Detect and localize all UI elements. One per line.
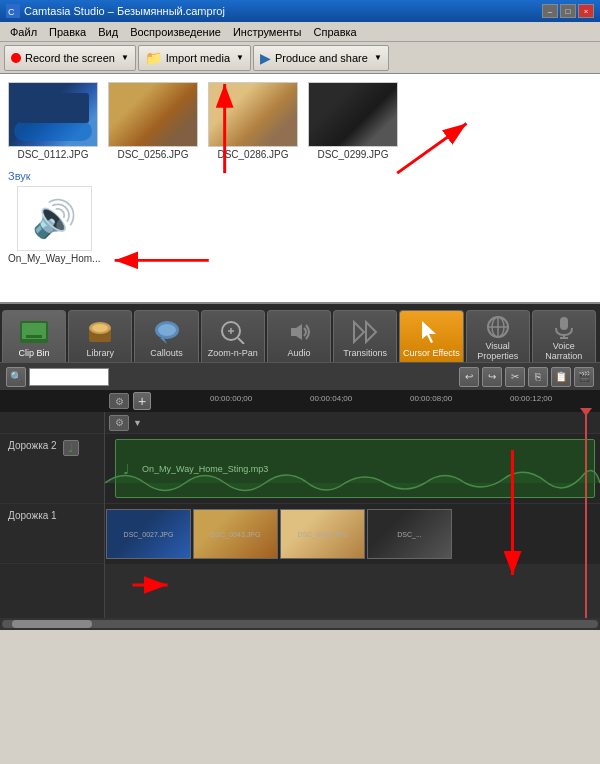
produce-label: Produce and share: [275, 52, 368, 64]
record-screen-button[interactable]: Record the screen ▼: [4, 45, 136, 71]
thumb-2: [108, 82, 198, 147]
import-media-button[interactable]: 📁 Import media ▼: [138, 45, 251, 71]
tab-label-visual: Visual Properties: [469, 341, 527, 361]
menu-playback[interactable]: Воспроизведение: [124, 24, 227, 40]
record-dot-icon: [11, 53, 21, 63]
menu-edit[interactable]: Правка: [43, 24, 92, 40]
search-input[interactable]: [29, 368, 109, 386]
menu-bar: Файл Правка Вид Воспроизведение Инструме…: [0, 22, 600, 42]
cursor-effects-icon: [417, 318, 445, 346]
tab-library[interactable]: Library: [68, 310, 132, 362]
cut-button[interactable]: ✂: [505, 367, 525, 387]
tab-label-voice: Voice Narration: [535, 341, 593, 361]
video-clip-2[interactable]: DSC_0043.JPG: [193, 509, 278, 559]
import-dropdown-icon: ▼: [236, 53, 244, 62]
toolbar: Record the screen ▼ 📁 Import media ▼ ▶ P…: [0, 42, 600, 74]
video-clip-1[interactable]: DSC_0027.JPG: [106, 509, 191, 559]
audio-icon: [285, 318, 313, 346]
svg-marker-19: [291, 324, 302, 340]
app-title: Camtasia Studio – Безымянный.camproj: [24, 5, 542, 17]
paste-button[interactable]: 📋: [551, 367, 571, 387]
minimize-button[interactable]: –: [542, 4, 558, 18]
tab-callouts[interactable]: Callouts: [134, 310, 198, 362]
tab-label-library: Library: [87, 348, 115, 358]
scrollbar-thumb[interactable]: [12, 620, 92, 628]
thumb-3: [208, 82, 298, 147]
tab-label-audio: Audio: [287, 348, 310, 358]
menu-file[interactable]: Файл: [4, 24, 43, 40]
window-controls[interactable]: – □ ×: [542, 4, 594, 18]
menu-help[interactable]: Справка: [308, 24, 363, 40]
search-icon-btn[interactable]: 🔍: [6, 367, 26, 387]
tab-transitions[interactable]: Transitions: [333, 310, 397, 362]
voice-narration-icon: [550, 315, 578, 339]
tab-visual-properties[interactable]: Visual Properties: [466, 310, 530, 362]
timeline-body: Дорожка 2 ♩ Дорожка 1 ⚙ ▼: [0, 412, 600, 618]
tracks-gear-button[interactable]: ⚙: [109, 415, 129, 431]
track2-label: Дорожка 2 ♩: [0, 434, 104, 504]
produce-icon: ▶: [260, 50, 271, 66]
redo-button[interactable]: ↪: [482, 367, 502, 387]
callouts-icon: [153, 318, 181, 346]
produce-share-button[interactable]: ▶ Produce and share ▼: [253, 45, 389, 71]
media-item-4[interactable]: DSC_0299.JPG: [308, 82, 398, 160]
timeline-header: ⚙ + 00:00:00;00 00:00:04;00 00:00:08;00 …: [0, 390, 600, 412]
tab-voice-narration[interactable]: Voice Narration: [532, 310, 596, 362]
timeline-settings-button[interactable]: ⚙: [109, 393, 129, 409]
track-audio[interactable]: ♩ On_My_Way_Home_Sting.mp3: [105, 434, 600, 504]
maximize-button[interactable]: □: [560, 4, 576, 18]
thumb-1: [8, 82, 98, 147]
media-label-2: DSC_0256.JPG: [117, 149, 188, 160]
time-ruler: 00:00:00;00 00:00:04;00 00:00:08;00 00:0…: [210, 390, 600, 412]
svg-rect-28: [560, 317, 568, 330]
sound-item-1[interactable]: 🔊 On_My_Way_Hom...: [8, 186, 100, 264]
time-4: 00:00:04;00: [310, 394, 352, 403]
sound-items: 🔊 On_My_Way_Hom...: [8, 186, 592, 264]
media-item-3[interactable]: DSC_0286.JPG: [208, 82, 298, 160]
image-grid: DSC_0112.JPG DSC_0256.JPG DSC_0286.JPG D…: [8, 82, 592, 160]
copy-button[interactable]: ⎘: [528, 367, 548, 387]
media-label-3: DSC_0286.JPG: [217, 149, 288, 160]
tab-label-cursor: Cursor Effects: [403, 348, 460, 358]
sound-label-1: On_My_Way_Hom...: [8, 253, 100, 264]
speaker-icon: 🔊: [32, 198, 77, 240]
tab-clip-bin[interactable]: Clip Bin: [2, 310, 66, 362]
track1-label: Дорожка 1: [0, 504, 104, 564]
timeline-controls: 🔍 ↩ ↪ ✂ ⎘ 📋 🎬: [0, 362, 600, 390]
timeline-area: ⚙ + 00:00:00;00 00:00:04;00 00:00:08;00 …: [0, 390, 600, 630]
svg-text:C: C: [8, 7, 15, 17]
transitions-icon: [351, 318, 379, 346]
settings-dropdown: ▼: [133, 418, 142, 428]
menu-tools[interactable]: Инструменты: [227, 24, 308, 40]
tab-zoom-n-pan[interactable]: Zoom-n-Pan: [201, 310, 265, 362]
media-item-1[interactable]: DSC_0112.JPG: [8, 82, 98, 160]
produce-dropdown-icon: ▼: [374, 53, 382, 62]
tab-label-zoom: Zoom-n-Pan: [208, 348, 258, 358]
record-label: Record the screen: [25, 52, 115, 64]
tab-label-transitions: Transitions: [343, 348, 387, 358]
media-button[interactable]: 🎬: [574, 367, 594, 387]
tab-cursor-effects[interactable]: Cursor Effects: [399, 310, 463, 362]
time-0: 00:00:00;00: [210, 394, 252, 403]
playhead: [585, 412, 587, 618]
undo-button[interactable]: ↩: [459, 367, 479, 387]
tab-label-clip-bin: Clip Bin: [19, 348, 50, 358]
svg-marker-23: [422, 321, 436, 343]
media-item-2[interactable]: DSC_0256.JPG: [108, 82, 198, 160]
time-8: 00:00:08;00: [410, 394, 452, 403]
close-button[interactable]: ×: [578, 4, 594, 18]
horizontal-scrollbar[interactable]: [0, 618, 600, 630]
svg-marker-21: [366, 322, 376, 342]
add-track-button[interactable]: +: [133, 392, 151, 410]
svg-marker-20: [354, 322, 364, 342]
menu-view[interactable]: Вид: [92, 24, 124, 40]
svg-rect-8: [26, 335, 42, 338]
app-icon: C: [6, 4, 20, 18]
scrollbar-track: [2, 620, 598, 628]
video-clip-3[interactable]: DSC_0049.JPG: [280, 509, 365, 559]
track2-note-icon: ♩: [63, 440, 79, 456]
video-clip-4[interactable]: DSC_...: [367, 509, 452, 559]
sound-thumb-1: 🔊: [17, 186, 92, 251]
tab-audio[interactable]: Audio: [267, 310, 331, 362]
sound-section: Звук 🔊 On_My_Way_Hom...: [8, 170, 592, 264]
